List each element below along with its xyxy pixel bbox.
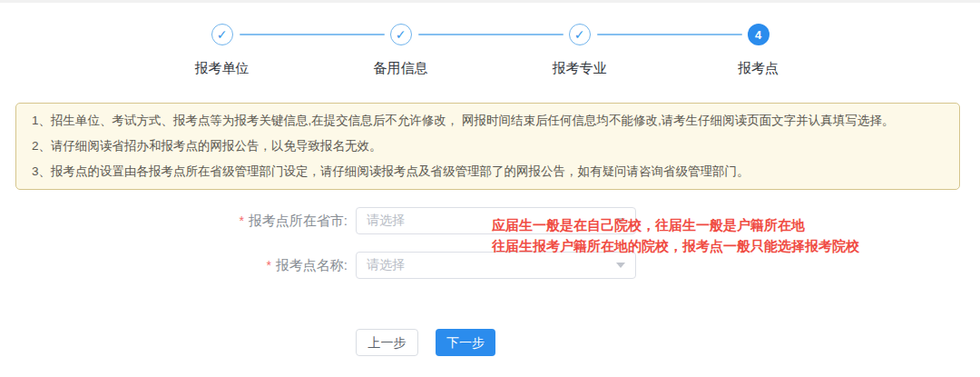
stepper: ✓ 报考单位 ✓ 备用信息 ✓ 报考专业 4 报考点 [0,24,980,77]
check-icon: ✓ [217,28,228,41]
step-2-label: 备用信息 [374,60,428,77]
step-3-label: 报考专业 [553,60,607,77]
step-item-2[interactable]: ✓ 备用信息 [311,24,490,77]
notice-line-1: 1、招生单位、考试方式、报考点等为报考关键信息,在提交信息后不允许修改， 网报时… [32,108,944,134]
next-step-button[interactable]: 下一步 [436,329,495,356]
registration-wizard-page: ✓ 报考单位 ✓ 备用信息 ✓ 报考专业 4 报考点 1、招生单位、考试 [0,0,980,377]
top-divider [0,0,980,3]
notice-line-2: 2、请仔细阅读省招办和报考点的网报公告，以免导致报名无效。 [32,134,944,159]
step-3-completed-circle: ✓ [569,24,591,45]
required-asterisk: * [239,213,243,228]
prev-step-button[interactable]: 上一步 [356,329,418,356]
step-connector [418,34,564,35]
exam-site-name-label-text: 报考点名称: [276,257,348,274]
step-4-number: 4 [755,29,761,41]
exam-site-name-placeholder: 请选择 [367,257,616,273]
step-connector [597,34,742,35]
chevron-down-icon [616,263,625,268]
step-2-completed-circle: ✓ [390,24,412,45]
step-item-1[interactable]: ✓ 报考单位 [132,24,311,77]
step-item-4[interactable]: 4 报考点 [669,24,848,77]
check-icon: ✓ [574,28,585,41]
notice-box: 1、招生单位、考试方式、报考点等为报考关键信息,在提交信息后不允许修改， 网报时… [15,103,960,190]
step-1-label: 报考单位 [195,60,250,77]
step-4-label: 报考点 [738,60,779,77]
annotation-line-1: 应届生一般是在自己院校，往届生一般是户籍所在地 [492,214,859,235]
step-item-3[interactable]: ✓ 报考专业 [490,24,669,77]
annotation-line-2: 往届生报考户籍所在地的院校，报考点一般只能选择报考院校 [492,235,859,256]
check-icon: ✓ [396,28,407,41]
notice-line-3: 3、报考点的设置由各报考点所在省级管理部门设定，请仔细阅读报考点及省级管理部了的… [32,159,944,184]
step-connector [240,34,385,35]
province-city-label: * 报考点所在省市: [0,207,348,234]
step-4-current-circle: 4 [748,24,769,45]
required-asterisk: * [266,258,270,273]
province-city-label-text: 报考点所在省市: [249,213,348,230]
step-1-completed-circle: ✓ [211,24,233,45]
annotation-note: 应届生一般是在自己院校，往届生一般是户籍所在地 往届生报考户籍所在地的院校，报考… [492,214,859,256]
exam-site-name-label: * 报考点名称: [0,252,348,279]
